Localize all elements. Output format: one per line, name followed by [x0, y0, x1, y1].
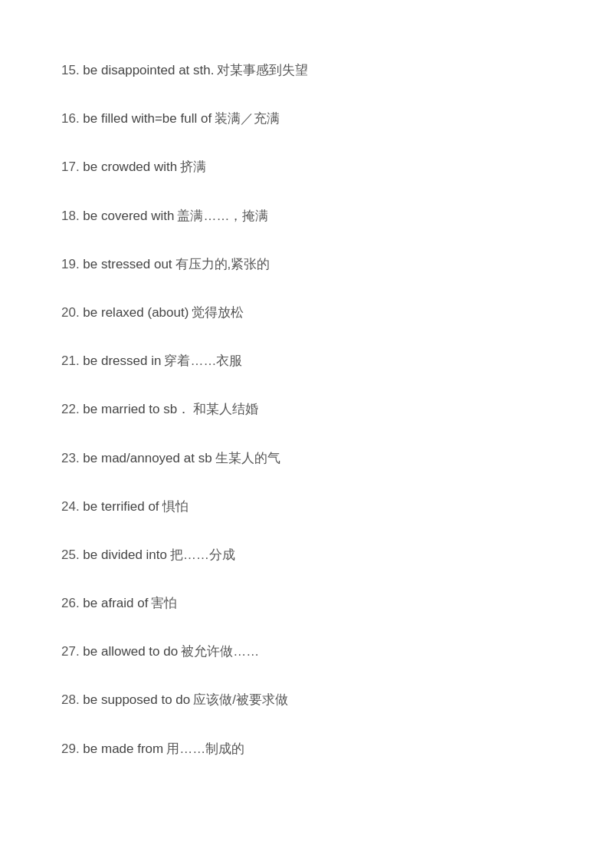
phrase-chinese: 把……分成 — [170, 547, 235, 562]
phrase-english: be mad/annoyed at sb — [83, 451, 211, 465]
phrase-number: 21. — [61, 353, 83, 368]
phrase-english: be allowed to do — [83, 644, 178, 659]
list-item: 18. be covered with盖满……，掩满 — [61, 192, 552, 240]
list-item: 23. be mad/annoyed at sb生某人的气 — [61, 434, 552, 482]
phrase-chinese: 被允许做…… — [181, 644, 259, 659]
phrase-number: 28. — [61, 692, 83, 707]
phrase-english: be married to sb． — [83, 402, 190, 416]
phrase-chinese: 穿着……衣服 — [164, 353, 242, 368]
phrase-number: 16. — [61, 111, 83, 126]
list-item: 26. be afraid of害怕 — [61, 579, 552, 627]
phrase-chinese: 挤满 — [180, 159, 206, 174]
phrase-number: 22. — [61, 402, 83, 416]
phrase-english: be dressed in — [83, 353, 161, 368]
phrase-chinese: 用……制成的 — [166, 741, 244, 756]
phrase-chinese: 觉得放松 — [192, 305, 244, 320]
phrase-english: be relaxed (about) — [83, 305, 188, 320]
phrase-english: be divided into — [83, 547, 167, 562]
phrase-english: be stressed out — [83, 257, 172, 271]
phrase-chinese: 生某人的气 — [215, 451, 280, 465]
phrase-chinese: 害怕 — [151, 596, 177, 610]
phrase-chinese: 和某人结婚 — [193, 402, 258, 416]
phrase-number: 15. — [61, 63, 83, 77]
list-item: 22. be married to sb．和某人结婚 — [61, 385, 552, 433]
phrase-english: be filled with=be full of — [83, 111, 211, 126]
phrase-list: 15. be disappointed at sth.对某事感到失望16. be… — [61, 46, 552, 773]
phrase-english: be supposed to do — [83, 692, 190, 707]
phrase-number: 20. — [61, 305, 83, 320]
list-item: 24. be terrified of惧怕 — [61, 482, 552, 531]
list-item: 15. be disappointed at sth.对某事感到失望 — [61, 46, 552, 94]
phrase-number: 29. — [61, 741, 83, 756]
list-item: 29. be made from用……制成的 — [61, 725, 552, 773]
phrase-english: be crowded with — [83, 159, 177, 174]
phrase-english: be terrified of — [83, 499, 159, 514]
phrase-english: be made from — [83, 741, 163, 756]
list-item: 20. be relaxed (about)觉得放松 — [61, 288, 552, 337]
list-item: 27. be allowed to do被允许做…… — [61, 627, 552, 676]
phrase-number: 24. — [61, 499, 83, 514]
list-item: 19. be stressed out有压力的,紧张的 — [61, 240, 552, 288]
phrase-number: 26. — [61, 596, 83, 610]
phrase-chinese: 惧怕 — [162, 499, 188, 514]
phrase-chinese: 对某事感到失望 — [217, 63, 308, 77]
phrase-number: 19. — [61, 257, 83, 271]
phrase-chinese: 应该做/被要求做 — [193, 692, 288, 707]
phrase-chinese: 有压力的,紧张的 — [175, 257, 270, 271]
phrase-english: be covered with — [83, 209, 174, 223]
phrase-number: 18. — [61, 209, 83, 223]
list-item: 25. be divided into把……分成 — [61, 531, 552, 579]
phrase-number: 23. — [61, 451, 83, 465]
list-item: 21. be dressed in穿着……衣服 — [61, 337, 552, 385]
phrase-chinese: 装满／充满 — [215, 111, 280, 126]
phrase-chinese: 盖满……，掩满 — [177, 209, 268, 223]
phrase-number: 25. — [61, 547, 83, 562]
phrase-number: 17. — [61, 159, 83, 174]
list-item: 16. be filled with=be full of装满／充满 — [61, 94, 552, 143]
phrase-english: be afraid of — [83, 596, 148, 610]
list-item: 28. be supposed to do应该做/被要求做 — [61, 676, 552, 724]
list-item: 17. be crowded with挤满 — [61, 143, 552, 191]
phrase-number: 27. — [61, 644, 83, 659]
phrase-english: be disappointed at sth. — [83, 63, 214, 77]
